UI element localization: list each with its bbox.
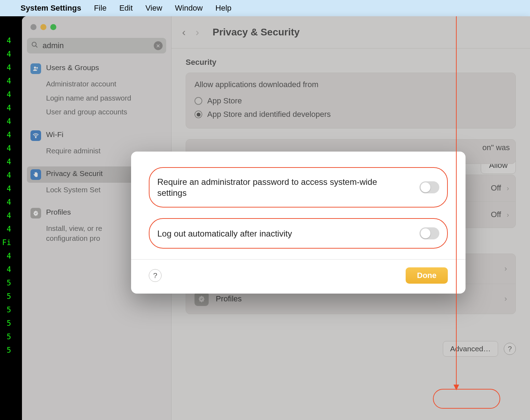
toggle-label: Log out automatically after inactivity — [157, 228, 292, 239]
svg-line-1 — [36, 46, 38, 47]
hand-icon — [30, 169, 41, 180]
search-field-wrap: ✕ — [27, 38, 166, 53]
sidebar-item-label: Users & Groups — [46, 63, 99, 72]
svg-point-4 — [35, 137, 36, 138]
users-icon — [30, 63, 41, 74]
menu-help[interactable]: Help — [215, 4, 231, 13]
chevron-right-icon: › — [504, 264, 507, 273]
toggle-label: Require an administrator password to acc… — [157, 176, 398, 198]
content-footer: Advanced… ? — [171, 339, 530, 367]
sidebar-item-label: Privacy & Securit — [46, 169, 103, 178]
search-icon — [31, 41, 38, 50]
toggle-admin-password-switch[interactable] — [419, 181, 439, 193]
sidebar-group-users: Users & Groups Administrator account Log… — [27, 61, 166, 119]
done-button[interactable]: Done — [406, 267, 448, 284]
sidebar-item-label: Profiles — [46, 208, 71, 216]
radio-icon — [194, 110, 202, 118]
radio-app-store[interactable]: App Store — [194, 94, 507, 108]
chevron-right-icon: › — [507, 184, 509, 192]
radio-icon — [194, 97, 202, 105]
divider — [131, 259, 466, 260]
clear-search-icon[interactable]: ✕ — [154, 41, 163, 50]
close-window-icon[interactable] — [30, 24, 36, 30]
toggle-logout-inactivity-row: Log out automatically after inactivity — [149, 218, 448, 249]
menu-view[interactable]: View — [146, 4, 162, 13]
sheet-footer: ? Done — [149, 267, 448, 284]
help-icon[interactable]: ? — [504, 343, 516, 355]
chevron-right-icon: › — [504, 294, 507, 303]
advanced-button[interactable]: Advanced… — [443, 341, 498, 357]
window-controls — [27, 23, 166, 38]
chevron-right-icon: › — [507, 211, 509, 219]
toggle-logout-inactivity-switch[interactable] — [419, 227, 439, 239]
section-security-heading: Security — [186, 58, 516, 67]
wifi-icon — [30, 130, 41, 141]
annotation-arrow — [456, 16, 457, 390]
allow-apps-panel: Allow applications downloaded from App S… — [186, 73, 516, 129]
radio-label: App Store and identified developers — [207, 110, 331, 119]
badge-icon — [194, 292, 209, 306]
svg-point-3 — [36, 67, 38, 69]
minimize-window-icon[interactable] — [40, 24, 46, 30]
zoom-window-icon[interactable] — [50, 24, 56, 30]
toggle-admin-password-row: Require an administrator password to acc… — [149, 167, 448, 208]
svg-point-2 — [34, 67, 36, 69]
off-value: Off — [491, 210, 501, 219]
row-label: Profiles — [216, 294, 242, 303]
sidebar-sub[interactable]: Administrator account — [27, 77, 166, 91]
nav-forward-icon: › — [196, 26, 199, 38]
nav-back-icon[interactable]: ‹ — [182, 26, 186, 38]
radio-label: App Store — [207, 96, 242, 106]
off-value: Off — [491, 183, 501, 193]
search-input[interactable] — [27, 38, 166, 53]
radio-app-store-identified[interactable]: App Store and identified developers — [194, 108, 507, 121]
sidebar-item-users-groups[interactable]: Users & Groups — [27, 61, 166, 77]
help-icon[interactable]: ? — [149, 269, 162, 282]
menu-file[interactable]: File — [94, 4, 106, 13]
sidebar-sub[interactable]: Login name and password — [27, 91, 166, 105]
blocked-text-fragment: on" was — [482, 143, 510, 152]
menu-window[interactable]: Window — [175, 4, 203, 13]
menubar: System Settings File Edit View Window He… — [0, 0, 530, 16]
svg-point-0 — [32, 42, 36, 46]
advanced-sheet: Require an administrator password to acc… — [131, 152, 466, 294]
badge-icon — [30, 208, 41, 218]
menu-edit[interactable]: Edit — [119, 4, 133, 13]
page-title: Privacy & Security — [213, 27, 300, 38]
background-terminal: 4 4 4 4 4 4 4 4 4 4 4 4 4 4 4 Fi 4 4 5 5… — [0, 16, 22, 420]
app-menu[interactable]: System Settings — [21, 4, 81, 13]
allow-apps-label: Allow applications downloaded from — [194, 80, 507, 89]
sidebar-sub[interactable]: User and group accounts — [27, 105, 166, 119]
sidebar-item-label: Wi-Fi — [46, 130, 63, 139]
sidebar-item-wifi[interactable]: Wi-Fi — [27, 127, 166, 144]
content-header: ‹ › Privacy & Security — [171, 16, 530, 49]
